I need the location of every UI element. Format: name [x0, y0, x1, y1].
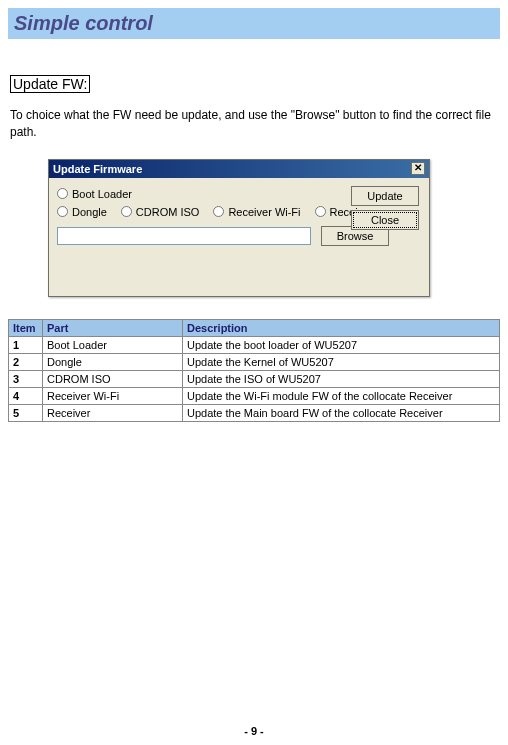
- th-description: Description: [183, 319, 500, 336]
- dialog-title-text: Update Firmware: [53, 163, 142, 175]
- radio-label: Dongle: [72, 206, 107, 218]
- cell-desc: Update the ISO of WU5207: [183, 370, 500, 387]
- radio-cdrom-iso[interactable]: CDROM ISO: [121, 206, 200, 218]
- section-title: Update FW:: [10, 75, 90, 93]
- radio-boot-loader[interactable]: Boot Loader: [57, 188, 132, 200]
- cell-part: Boot Loader: [43, 336, 183, 353]
- cell-desc: Update the boot loader of WU5207: [183, 336, 500, 353]
- cell-desc: Update the Wi-Fi module FW of the colloc…: [183, 387, 500, 404]
- file-path-input[interactable]: [57, 227, 311, 245]
- table-header-row: Item Part Description: [9, 319, 500, 336]
- cell-desc: Update the Main board FW of the collocat…: [183, 404, 500, 421]
- th-part: Part: [43, 319, 183, 336]
- section-title-wrap: Update FW:: [10, 75, 500, 93]
- cell-item: 2: [9, 353, 43, 370]
- cell-item: 5: [9, 404, 43, 421]
- cell-part: Receiver Wi-Fi: [43, 387, 183, 404]
- cell-item: 4: [9, 387, 43, 404]
- cell-item: 1: [9, 336, 43, 353]
- cell-part: Receiver: [43, 404, 183, 421]
- table-row: 4 Receiver Wi-Fi Update the Wi-Fi module…: [9, 387, 500, 404]
- table-row: 2 Dongle Update the Kernel of WU5207: [9, 353, 500, 370]
- page-number: - 9 -: [0, 725, 508, 737]
- dialog-titlebar: Update Firmware ✕: [49, 160, 429, 178]
- cell-item: 3: [9, 370, 43, 387]
- dialog-button-stack: Update Close: [351, 186, 419, 230]
- update-button[interactable]: Update: [351, 186, 419, 206]
- th-item: Item: [9, 319, 43, 336]
- dialog-body: Update Close Boot Loader Dongle CDROM IS…: [49, 178, 429, 296]
- intro-paragraph: To choice what the FW need be update, an…: [10, 107, 498, 141]
- table-row: 3 CDROM ISO Update the ISO of WU5207: [9, 370, 500, 387]
- radio-icon: [57, 206, 68, 217]
- radio-label: Receiver Wi-Fi: [228, 206, 300, 218]
- page-header: Simple control: [8, 8, 500, 39]
- cell-desc: Update the Kernel of WU5207: [183, 353, 500, 370]
- close-icon[interactable]: ✕: [411, 162, 425, 175]
- cell-part: Dongle: [43, 353, 183, 370]
- radio-dongle[interactable]: Dongle: [57, 206, 107, 218]
- radio-receiver-wifi[interactable]: Receiver Wi-Fi: [213, 206, 300, 218]
- radio-icon: [213, 206, 224, 217]
- page-title: Simple control: [14, 12, 153, 34]
- table-row: 1 Boot Loader Update the boot loader of …: [9, 336, 500, 353]
- table-row: 5 Receiver Update the Main board FW of t…: [9, 404, 500, 421]
- radio-label: Boot Loader: [72, 188, 132, 200]
- cell-part: CDROM ISO: [43, 370, 183, 387]
- radio-label: CDROM ISO: [136, 206, 200, 218]
- parts-table: Item Part Description 1 Boot Loader Upda…: [8, 319, 500, 422]
- radio-icon: [121, 206, 132, 217]
- close-button[interactable]: Close: [351, 210, 419, 230]
- radio-icon: [315, 206, 326, 217]
- update-firmware-dialog: Update Firmware ✕ Update Close Boot Load…: [48, 159, 430, 297]
- radio-icon: [57, 188, 68, 199]
